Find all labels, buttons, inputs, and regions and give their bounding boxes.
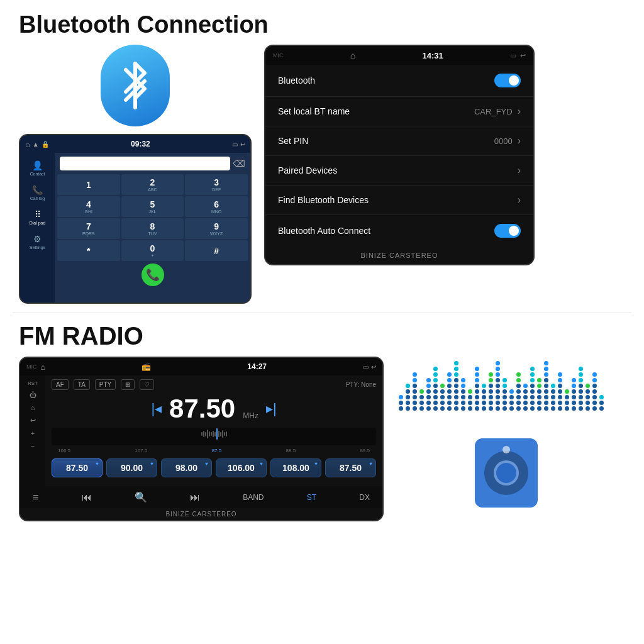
eq-dot [509,389,514,394]
eq-dot [537,378,541,382]
fm-bar-wrap [52,428,376,445]
eq-dot [523,395,528,399]
dial-key-2[interactable]: 2ABC [121,174,184,195]
fm-title: FM RADIO [19,322,625,350]
fm-next-btn[interactable]: ▸| [266,401,277,417]
eq-dot [586,401,590,405]
chevron-paired: › [518,165,521,176]
dial-key-0[interactable]: 0+ [121,240,184,261]
fm-controls-row: AF TA PTY ⊞ ♡ PTY: None [52,379,376,390]
heart-icon-1: ♥ [96,461,99,467]
bt-sbar-right: ▭ ↩ [510,52,526,60]
fm-left-nav: RST ⏻ ⌂ ↩ + − [20,375,45,486]
nav-contact[interactable]: 👤 Contact [20,157,55,180]
eq-dot [516,372,521,377]
fm-sbar-left: MIC ⌂ [26,362,45,372]
eq-dot [502,378,507,382]
bt-row-localname[interactable]: Set local BT name CAR_FYD › [265,97,533,126]
fm-menu-btn[interactable]: ≡ [33,492,38,503]
eq-dot [419,389,424,394]
bt-settings-screen: MIC ⌂ 14:31 ▭ ↩ Bluetooth Set local BT n… [264,45,535,265]
fm-brand-label: BINIZE CARSTEREO [20,508,382,520]
eq-dot [447,406,452,411]
dial-key-5[interactable]: 5JKL [121,196,184,217]
nav-dialpad[interactable]: ⠿ Dial pad [20,206,55,229]
dial-key-4[interactable]: 4GHI [57,196,120,217]
bt-row-bluetooth[interactable]: Bluetooth [265,65,533,97]
fm-pty-btn[interactable]: PTY [95,379,116,390]
eq-dot [489,389,493,394]
nav-calllog[interactable]: 📞 Call log [20,181,55,204]
eq-col-16 [509,389,514,411]
eq-col-3 [419,389,424,411]
eq-dot [433,389,438,394]
fm-bottom-bar: ≡ ⏮ 🔍 ⏭ BAND ST DX [20,486,382,508]
bt-localname-label: Set local BT name [278,106,350,116]
nav-settings[interactable]: ⚙ Settings [20,230,55,253]
fm-prev-track-btn[interactable]: ⏮ [82,492,92,503]
dial-key-7[interactable]: 7PQRS [57,218,120,239]
eq-dot [475,367,479,371]
chevron-find: › [518,194,521,206]
fm-fav-btn[interactable]: ♡ [140,379,154,390]
fm-dx-btn[interactable]: DX [359,493,370,502]
autoconnect-toggle[interactable] [494,224,521,238]
dial-key-3[interactable]: 3DEF [185,174,248,195]
bt-brand: BINIZE CARSTEREO [265,247,533,264]
bluetooth-toggle[interactable] [494,74,521,87]
eq-dot [537,401,541,405]
fm-preset-1[interactable]: ♥ 87.50 [52,458,103,477]
eq-dot [572,378,576,382]
fm-band-btn[interactable]: BAND [243,493,264,502]
eq-dot [413,401,417,405]
bt-localname-right: CAR_FYD › [474,106,521,117]
fm-nav-volup: + [31,430,35,437]
eq-dot [496,389,500,394]
bt-paired-label: Paired Devices [278,165,337,175]
bt-pin-right: 0000 › [494,135,521,147]
fm-search-btn[interactable]: 🔍 [135,491,147,503]
bt-autoconnect-label: Bluetooth Auto Connect [278,226,370,236]
dial-key-6[interactable]: 6MNO [185,196,248,217]
eq-dot [454,384,458,388]
dial-key-star[interactable]: * [57,240,120,261]
eq-dot [544,372,548,377]
bluetooth-section: Bluetooth Connection ⌂ ▲ 🔒 0 [0,0,644,310]
fm-preset-5[interactable]: ♥ 108.00 [270,458,321,477]
eq-dot [558,372,562,377]
dial-key-hash[interactable]: # [185,240,248,261]
fm-preset-3[interactable]: ♥ 98.00 [161,458,212,477]
fm-prev-btn[interactable]: |◂ [151,401,162,417]
eq-dot [530,389,535,394]
eq-dot [523,384,528,388]
dialpad-input[interactable] [60,157,230,170]
bt-row-autoconnect[interactable]: Bluetooth Auto Connect [265,215,533,247]
eq-dot [426,406,431,411]
delete-icon[interactable]: ⌫ [233,158,245,169]
eq-display [396,363,616,413]
eq-dot [551,389,555,394]
fm-af-btn[interactable]: AF [52,379,69,390]
call-button[interactable]: 📞 [142,264,164,286]
bt-row-pin[interactable]: Set PIN 0000 › [265,126,533,156]
fm-st-btn[interactable]: ST [307,493,316,502]
eq-dot [516,389,521,394]
eq-dot [496,406,500,411]
preset-freq-3: 98.00 [175,463,197,473]
dial-key-1[interactable]: 1 [57,174,120,195]
bt-row-find[interactable]: Find Bluetooth Devices › [265,186,533,215]
eq-col-20 [537,378,541,411]
fm-next-track-btn[interactable]: ⏭ [190,492,200,503]
fm-eq-btn[interactable]: ⊞ [121,379,135,390]
fm-preset-6[interactable]: ♥ 87.50 [325,458,376,477]
eq-dot [399,395,403,399]
heart-icon-5: ♥ [314,461,318,467]
bt-row-paired[interactable]: Paired Devices › [265,156,533,186]
dial-key-8[interactable]: 8TUV [121,218,184,239]
dial-key-9[interactable]: 9WXYZ [185,218,248,239]
fm-ta-btn[interactable]: TA [74,379,90,390]
eq-dot [502,395,507,399]
mic-label: MIC [273,52,284,58]
fm-preset-2[interactable]: ♥ 90.00 [106,458,157,477]
fm-preset-4[interactable]: ♥ 106.00 [216,458,267,477]
